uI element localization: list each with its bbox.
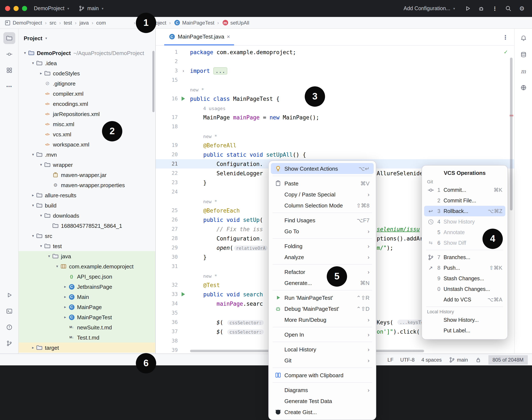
vcs-item-rollback[interactable]: ↩3Rollback...⌥⌘Z [424,206,505,216]
minimize-button[interactable] [14,6,19,11]
project-switcher[interactable]: DemoProject ▾ [34,5,69,11]
tree-item-vcs-xml[interactable]: </>vcs.xml [19,129,155,139]
code-line-15[interactable]: 15 [156,75,514,85]
tree-item-downloads[interactable]: ▾downloads [19,210,155,221]
tree-item-wrapper[interactable]: ▾wrapper [19,160,155,170]
tree-item-allure-results[interactable]: ▸allure-results [19,190,155,200]
tab-mainpagetest-java[interactable]: C MainPageTest.java × [164,29,234,45]
project-tool-button[interactable] [3,32,15,44]
close-icon[interactable]: × [227,34,230,39]
menu-item-open-in[interactable]: Open In› [271,329,374,340]
run-line-icon[interactable] [178,97,189,101]
menu-item-go-to[interactable]: Go To› [271,226,374,237]
debug-button[interactable] [478,5,485,12]
breadcrumb-mainpagetest[interactable]: CMainPageTest [174,19,214,26]
menu-item-generate-test-data[interactable]: Generate Test Data [271,395,374,406]
project-panel-header[interactable]: Project ▾ [19,29,155,48]
breadcrumb-demoproject[interactable]: DemoProject [4,19,42,26]
status-memory-indicator[interactable]: 805 of 2048M [488,355,528,364]
vcs-item-commit[interactable]: 1Commit...⌘K [424,185,505,195]
vcs-item-push[interactable]: ↗8Push...⇧⌘K [424,263,505,273]
maven-tool-button[interactable]: m [517,65,529,77]
chevron-down-icon[interactable]: ▾ [22,51,28,55]
run-arrow-icon[interactable] [182,292,185,296]
commit-tool-button[interactable] [3,48,15,60]
menu-item-diagrams[interactable]: Diagrams› [271,384,374,395]
run-button[interactable] [464,5,471,12]
menu-item-find-usages[interactable]: Find Usages⌥F7 [271,215,374,226]
code-line-20[interactable]: 20 public static void setUpAll() { [156,150,514,159]
menu-item-git[interactable]: Git› [271,355,374,366]
vcs-item-add-to-vcs[interactable]: Add to VCS⌥⌘A [424,294,505,305]
vcs-item-show-history[interactable]: Show History... [424,315,505,325]
menu-item-column-selection-mode[interactable]: Column Selection Mode⇧⌘8 [271,200,374,211]
code-line-19[interactable]: 19 @BeforeAll [156,141,514,150]
status-indent[interactable]: 4 spaces [421,357,442,363]
tree-item-build[interactable]: ▾build [19,200,155,210]
close-button[interactable] [5,6,10,11]
menu-item-generate[interactable]: Generate...⌘N [271,277,374,288]
tree-item-maven-wrapper-properties[interactable]: ⚙maven-wrapper.properties [19,180,155,190]
chevron-down-icon[interactable]: ▾ [30,61,36,65]
code-vision-inlay[interactable]: new * [190,273,217,279]
tree-item-codestyles[interactable]: ▸codeStyles [19,68,155,78]
code-line-2[interactable]: 2 [156,57,514,66]
tree-item-main[interactable]: ▸CMain [19,292,155,302]
code-line-16[interactable]: 16public class MainPageTest { [156,94,514,103]
tree-scrollbar[interactable] [152,51,154,112]
chevron-right-icon[interactable]: ▸ [62,305,68,309]
breadcrumb-com[interactable]: com [96,20,106,26]
endpoints-tool-button[interactable] [517,82,529,94]
tree-item-src[interactable]: ▾src [19,231,155,241]
more-actions-button[interactable]: ⋮ [491,5,498,12]
code-vision-inlay[interactable]: 4 usages [190,106,226,111]
tree-item-java[interactable]: ▾java [19,251,155,261]
chevron-down-icon[interactable]: ▾ [38,244,44,248]
code-line-18[interactable]: 18 [156,122,514,131]
breadcrumb-setupall[interactable]: msetUpAll [222,19,249,26]
status-branch[interactable]: main [448,356,468,363]
code-vision-inlay[interactable]: new * [190,87,204,92]
tree-item-mainpagetest[interactable]: ▸CMainPageTest [19,312,155,322]
menu-item-more-run-debug[interactable]: More Run/Debug› [271,314,374,325]
menu-item-compare-with-clipboard[interactable]: Compare with Clipboard [271,370,374,381]
run-configuration-selector[interactable]: Add Configuration... ▾ [404,5,455,11]
vcs-item-branches[interactable]: 7Branches... [424,252,505,263]
menu-item-paste[interactable]: Paste⌘V [271,178,374,189]
more-tools-button[interactable]: ⋯ [3,80,15,92]
run-line-icon[interactable] [178,292,189,296]
tree-item-jetbrainspage[interactable]: ▸CJetbrainsPage [19,282,155,292]
menu-item-folding[interactable]: Folding› [271,240,374,252]
inspections-ok-icon[interactable]: ✓ [502,49,509,56]
vcs-item-stash-changes[interactable]: 9Stash Changes... [424,273,505,284]
tree-item-misc-xml[interactable]: </>misc.xml [19,119,155,129]
menu-item-create-gist[interactable]: Create Gist... [271,406,374,418]
settings-button[interactable]: ⚙ [518,5,525,12]
problems-tool-button[interactable] [3,321,15,333]
chevron-right-icon[interactable]: ▸ [30,345,36,350]
menu-item-show-context-actions[interactable]: Show Context Actions⌥↵ [271,163,374,174]
menu-item-refactor[interactable]: Refactor› [271,266,374,277]
code-vision-inlay[interactable]: new * [190,199,217,204]
chevron-right-icon[interactable]: ▸ [62,315,68,319]
vcs-item-commit-file[interactable]: 2Commit File... [424,195,505,206]
chevron-down-icon[interactable]: ▾ [30,203,36,208]
search-everywhere-button[interactable] [505,5,512,12]
breadcrumb-java[interactable]: java [79,20,89,26]
vcs-item-put-label[interactable]: Put Label... [424,325,505,336]
tree-item-jarrepositories-xml[interactable]: </>jarRepositories.xml [19,109,155,119]
tree-item-com-example-demoproject[interactable]: ▾com.example.demoproject [19,261,155,271]
tree-item-test-t-md[interactable]: M↓Test.t.md [19,332,155,343]
chevron-down-icon[interactable]: ▾ [46,254,52,258]
branch-switcher[interactable]: main ▾ [78,5,103,12]
code-line-3[interactable]: 3›import ... [156,66,514,75]
tree-item-newsuite-t-md[interactable]: M↓newSuite.t.md [19,322,155,332]
code-line-17[interactable]: 17 MainPage mainPage = new MainPage(); [156,113,514,122]
fold-icon[interactable]: › [178,68,189,74]
chevron-right-icon[interactable]: ▸ [62,295,68,299]
lock-icon[interactable] [475,356,481,363]
menu-item-copy-paste-special[interactable]: Copy / Paste Special› [271,189,374,200]
status-line-ending[interactable]: LF [387,357,393,363]
version-control-tool-button[interactable] [3,337,15,349]
menu-item-local-history[interactable]: Local History› [271,344,374,355]
